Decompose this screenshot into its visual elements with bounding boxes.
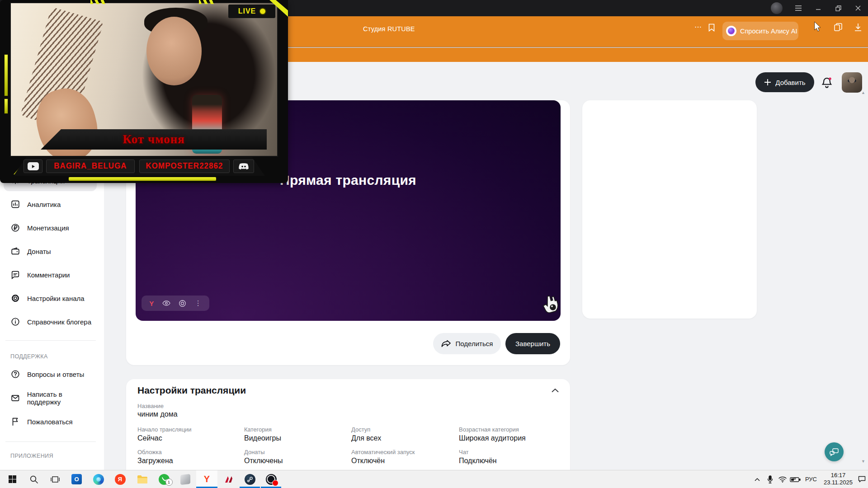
picture-in-picture-icon[interactable]	[179, 300, 186, 307]
taskbar-gray-app[interactable]	[175, 470, 196, 488]
collapse-chevron-icon[interactable]	[552, 388, 559, 393]
tray-date: 23.11.2025	[821, 479, 855, 486]
chevron-up-icon	[755, 478, 760, 481]
add-button[interactable]: Добавить	[755, 72, 814, 92]
taskbar-yandex-app[interactable]: Я	[109, 470, 131, 488]
overlay-left-accent	[4, 54, 8, 96]
player-overlay-controls[interactable]: Y ⋮	[142, 296, 209, 311]
collections-icon[interactable]	[834, 23, 843, 32]
pointer-tool-icon[interactable]	[813, 22, 822, 33]
sidebar-item-donations[interactable]: Донаты	[4, 241, 97, 262]
tray-clock[interactable]: 16:17 23.11.2025	[821, 472, 855, 486]
action-center-button[interactable]	[855, 470, 868, 488]
sidebar-item-analytics[interactable]: Аналитика	[4, 194, 97, 215]
edge-icon	[93, 474, 104, 485]
sidebar-item-report[interactable]: Пожаловаться	[4, 411, 97, 432]
profile-avatar-icon	[771, 2, 783, 14]
stream-settings-title: Настройки трансляции	[137, 385, 246, 396]
battery-plug-icon	[790, 476, 801, 483]
plus-icon	[764, 79, 771, 86]
taskbar-outlook[interactable]: O	[66, 470, 87, 488]
browser-profile-button[interactable]	[769, 0, 788, 16]
share-button[interactable]: Поделиться	[433, 333, 501, 354]
tab-more-icon[interactable]: ⋯	[694, 23, 702, 31]
overlay-top-accent	[199, 0, 215, 4]
youtube-icon	[28, 162, 39, 170]
sidebar-item-label: Донаты	[27, 248, 51, 255]
sidebar-divider	[5, 441, 96, 442]
taskbar-search-button[interactable]	[23, 470, 44, 488]
eye-icon[interactable]	[162, 300, 170, 306]
field-value: Для всех	[351, 434, 381, 442]
left-handle-text: BAGIRA_BELUGA	[54, 162, 127, 171]
overlay-top-accent	[90, 0, 107, 4]
task-view-button[interactable]	[44, 470, 66, 488]
tray-microphone[interactable]	[764, 470, 776, 488]
tray-expand-button[interactable]	[751, 470, 763, 488]
tab-title[interactable]: Студия RUTUBE	[363, 25, 415, 33]
tray-wifi[interactable]	[777, 470, 788, 488]
taskbar-whatsapp[interactable]: 1	[153, 470, 175, 488]
start-button[interactable]	[2, 470, 23, 488]
sidebar-item-contact-support[interactable]: Написать в поддержку	[4, 388, 97, 408]
tray-battery[interactable]	[788, 470, 802, 488]
alice-icon	[726, 26, 736, 36]
sidebar-item-blogger-guide[interactable]: Справочник блогера	[4, 311, 97, 332]
bell-icon	[820, 76, 834, 89]
tray-language[interactable]: РУС	[802, 470, 820, 488]
whatsapp-icon: 1	[159, 474, 170, 485]
task-view-icon	[51, 476, 60, 483]
sidebar-item-comments[interactable]: Комментарии	[4, 264, 97, 285]
taskbar-steam[interactable]	[239, 470, 260, 488]
alice-label: Спросить Алису AI	[740, 28, 797, 35]
field-value: Отключены	[244, 457, 283, 465]
browser-menu-button[interactable]	[788, 0, 808, 16]
taskbar-yandex-browser[interactable]: Y	[196, 470, 217, 488]
player-more-icon[interactable]: ⋮	[195, 299, 202, 307]
alice-ai-button[interactable]: Спросить Алису AI	[722, 22, 798, 40]
window-close-button[interactable]	[848, 0, 868, 16]
field-label: Чат	[459, 449, 469, 455]
yandex-video-icon[interactable]: Y	[149, 300, 154, 307]
field-label: Начало трансляции	[137, 426, 192, 433]
share-arrow-icon	[441, 340, 451, 348]
finish-button-label: Завершить	[515, 340, 550, 347]
tray-time: 16:17	[821, 472, 855, 479]
sidebar-item-faq[interactable]: Вопросы и ответы	[4, 364, 97, 385]
action-center-icon	[858, 476, 866, 483]
taskbar-edge[interactable]	[88, 470, 109, 488]
sidebar-item-channel-settings[interactable]: Настройки канала	[4, 288, 97, 309]
window-minimize-button[interactable]	[808, 0, 828, 16]
sidebar-apps-header: ПРИЛОЖЕНИЯ	[10, 453, 53, 459]
user-avatar[interactable]	[842, 72, 862, 93]
sidebar-item-monetization[interactable]: Монетизация	[4, 217, 97, 238]
sidebar-item-label: Написать в поддержку	[27, 390, 97, 406]
scrollbar-down-arrow[interactable]: ▼	[861, 459, 865, 464]
field-label: Категория	[244, 426, 272, 433]
notifications-button[interactable]	[820, 76, 834, 89]
sidebar-support-header: ПОДДЕРЖКА	[10, 353, 48, 360]
yandex-app-icon: Я	[115, 474, 126, 485]
overlay-caption-band: Кот чмоня	[41, 129, 267, 150]
scrollbar-up-arrow[interactable]: ▲	[861, 90, 865, 95]
window-restore-button[interactable]	[828, 0, 848, 16]
overlay-bottom-accent-bar	[69, 177, 216, 181]
taskbar-red-app[interactable]	[218, 470, 239, 488]
stream-actions-row: Поделиться Завершить	[126, 333, 570, 354]
gear-icon	[10, 293, 20, 303]
obs-icon	[266, 474, 277, 485]
flag-icon	[10, 417, 20, 427]
taskbar-obs[interactable]	[260, 470, 282, 488]
finish-button[interactable]: Завершить	[505, 333, 560, 354]
mail-icon	[10, 393, 20, 403]
webcam-overlay[interactable]: LIVE Кот чмоня BAGIRA_BELUGA KOMPOSTER22…	[0, 0, 288, 183]
taskbar-file-explorer[interactable]	[132, 470, 153, 488]
chat-bubbles-icon	[829, 448, 839, 456]
info-circle-icon	[10, 317, 20, 327]
bookmark-icon[interactable]	[708, 23, 715, 32]
hamburger-menu-icon	[795, 5, 802, 11]
support-chat-fab[interactable]	[825, 442, 844, 461]
youtube-panel	[24, 160, 42, 173]
discord-panel	[233, 160, 254, 173]
download-icon[interactable]	[854, 23, 862, 32]
